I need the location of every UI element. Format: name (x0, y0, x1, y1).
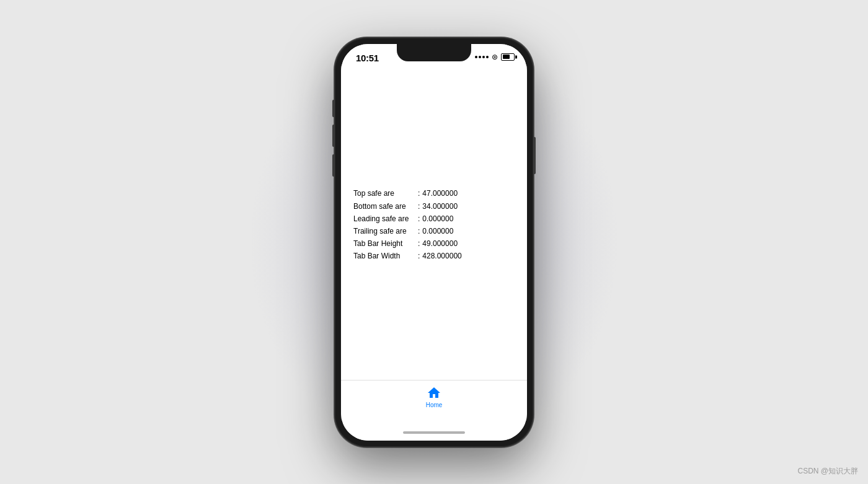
info-colon: : (418, 201, 420, 213)
table-row: Bottom safe are : 34.000000 (353, 201, 462, 213)
home-bar (403, 431, 465, 434)
table-row: Tab Bar Height : 49.000000 (353, 238, 462, 250)
info-table: Top safe are : 47.000000Bottom safe are … (353, 188, 462, 262)
info-colon: : (418, 238, 420, 250)
info-label: Tab Bar Width (353, 250, 415, 262)
info-colon: : (418, 250, 420, 262)
table-row: Tab Bar Width : 428.000000 (353, 250, 462, 262)
main-content: Top safe are : 47.000000Bottom safe are … (341, 71, 527, 380)
info-colon: : (418, 226, 420, 237)
silent-button (332, 100, 335, 117)
status-time: 10:51 (356, 53, 379, 63)
home-icon (427, 385, 441, 400)
tab-bar[interactable]: Home (341, 380, 527, 425)
info-value: 0.000000 (422, 226, 453, 237)
info-label: Leading safe are (353, 213, 415, 225)
notch (397, 44, 471, 61)
info-colon: : (418, 188, 420, 200)
tab-item-home[interactable]: Home (426, 385, 443, 408)
watermark: CSDN @知识大胖 (797, 466, 858, 477)
volume-up-button (332, 125, 335, 147)
table-row: Trailing safe are : 0.000000 (353, 226, 462, 237)
home-indicator (341, 425, 527, 441)
status-icons: ⊛ (475, 53, 515, 61)
signal-icon (475, 56, 489, 58)
info-value: 47.000000 (422, 188, 458, 200)
info-label: Tab Bar Height (353, 238, 415, 250)
wifi-icon: ⊛ (492, 53, 498, 61)
info-value: 0.000000 (422, 213, 453, 225)
info-label: Bottom safe are (353, 201, 415, 213)
info-value: 49.000000 (422, 238, 458, 250)
info-colon: : (418, 213, 420, 225)
info-label: Trailing safe are (353, 226, 415, 237)
phone-mockup: 10:51 ⊛ Top safe are : 47.000000Bottom s… (335, 38, 533, 447)
table-row: Leading safe are : 0.000000 (353, 213, 462, 225)
volume-down-button (332, 154, 335, 177)
info-value: 34.000000 (422, 201, 458, 213)
info-label: Top safe are (353, 188, 415, 200)
table-row: Top safe are : 47.000000 (353, 188, 462, 200)
battery-icon (501, 53, 515, 61)
phone-screen: 10:51 ⊛ Top safe are : 47.000000Bottom s… (341, 44, 527, 441)
info-value: 428.000000 (422, 250, 461, 262)
tab-label-home: Home (426, 402, 443, 408)
power-button (533, 137, 536, 174)
